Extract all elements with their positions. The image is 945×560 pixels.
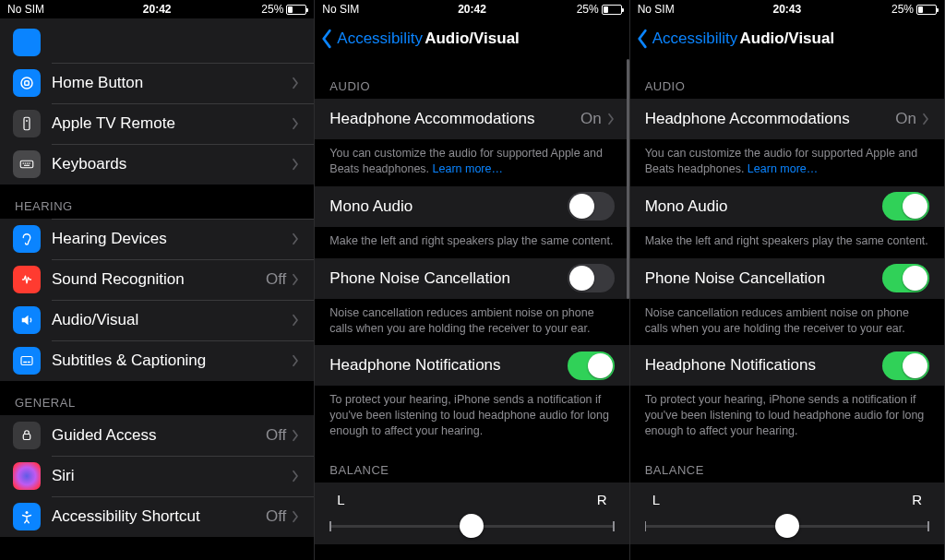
battery-icon <box>286 5 306 15</box>
row-value: On <box>895 110 916 128</box>
scroll-indicator[interactable] <box>627 59 629 299</box>
chevron-right-icon <box>292 354 299 367</box>
chevron-right-icon <box>607 113 615 125</box>
row-apple-tv-remote[interactable]: Apple TV Remote <box>0 103 314 144</box>
row-guided-access[interactable]: Guided Access Off <box>0 415 314 456</box>
row-value: On <box>580 110 602 128</box>
row-touch[interactable] <box>0 22 314 63</box>
row-mono-audio[interactable]: Mono Audio <box>630 186 944 227</box>
section-header-hearing: HEARING <box>0 185 314 219</box>
balance-l-label: L <box>652 492 660 507</box>
svg-rect-5 <box>23 163 25 164</box>
pane-accessibility: No SIM 20:42 25% Settings Accessibility … <box>0 0 315 560</box>
back-button[interactable]: Accessibility <box>630 29 738 49</box>
toggle-phone-noise-cancellation[interactable] <box>882 264 929 292</box>
svg-rect-7 <box>27 163 29 164</box>
row-label: Phone Noise Cancellation <box>329 269 567 288</box>
svg-point-0 <box>21 77 32 89</box>
row-headphone-notifications[interactable]: Headphone Notifications <box>315 345 628 386</box>
status-carrier: No SIM <box>638 3 737 16</box>
touch-icon <box>13 29 41 56</box>
status-time: 20:42 <box>107 3 207 16</box>
keyboards-icon <box>13 150 41 178</box>
toggle-headphone-notifications[interactable] <box>568 351 615 380</box>
footer-note-hnotif: To protect your hearing, iPhone sends a … <box>630 386 944 448</box>
chevron-right-icon <box>292 314 299 327</box>
status-battery: 25% <box>522 3 622 16</box>
balance-slider[interactable] <box>645 513 929 539</box>
chevron-right-icon <box>292 77 299 89</box>
row-subtitles-captioning[interactable]: Subtitles & Captioning <box>0 340 314 381</box>
footer-note-mono: Make the left and right speakers play th… <box>315 227 628 258</box>
row-label: Mono Audio <box>645 197 882 216</box>
balance-r-label: R <box>597 492 607 507</box>
row-label: Guided Access <box>52 426 266 445</box>
status-bar: No SIM 20:42 25% <box>0 0 314 18</box>
row-accessibility-shortcut[interactable]: Accessibility Shortcut Off <box>0 496 314 537</box>
svg-rect-13 <box>23 435 30 440</box>
svg-point-3 <box>26 120 28 122</box>
svg-rect-12 <box>28 362 30 363</box>
svg-rect-10 <box>21 357 32 365</box>
status-carrier: No SIM <box>322 3 422 16</box>
row-headphone-accommodations[interactable]: Headphone Accommodations On <box>315 99 628 139</box>
row-siri[interactable]: Siri <box>0 456 314 496</box>
row-label: Headphone Accommodations <box>645 110 896 128</box>
row-phone-noise-cancellation[interactable]: Phone Noise Cancellation <box>630 258 944 299</box>
chevron-right-icon <box>292 470 299 483</box>
pane-audio-visual-on: No SIM 20:43 25% Accessibility Audio/Vis… <box>630 0 945 560</box>
svg-rect-6 <box>25 163 27 164</box>
nav-bar: Accessibility Audio/Visual <box>315 18 628 59</box>
svg-rect-8 <box>29 163 30 164</box>
svg-rect-1 <box>25 81 30 86</box>
row-value: Off <box>266 270 286 289</box>
row-label: Apple TV Remote <box>52 114 292 133</box>
row-phone-noise-cancellation[interactable]: Phone Noise Cancellation <box>315 258 628 299</box>
chevron-left-icon <box>320 29 333 49</box>
balance-slider[interactable] <box>329 513 614 539</box>
row-balance: L R <box>630 483 944 544</box>
row-value: Off <box>266 426 286 445</box>
learn-more-link[interactable]: Learn more… <box>748 162 818 175</box>
section-header-audio: AUDIO <box>315 59 628 99</box>
toggle-phone-noise-cancellation[interactable] <box>568 264 615 292</box>
row-home-button[interactable]: Home Button <box>0 63 314 103</box>
balance-r-label: R <box>912 492 922 507</box>
status-battery: 25% <box>207 3 306 16</box>
learn-more-link[interactable]: Learn more… <box>433 162 503 175</box>
section-header-balance: BALANCE <box>315 448 628 483</box>
svg-rect-9 <box>24 165 30 166</box>
battery-icon <box>916 5 937 15</box>
status-time: 20:43 <box>737 3 837 16</box>
row-headphone-accommodations[interactable]: Headphone Accommodations On <box>630 99 944 139</box>
row-label: Keyboards <box>52 155 292 173</box>
chevron-right-icon <box>292 117 299 130</box>
row-headphone-notifications[interactable]: Headphone Notifications <box>630 345 944 386</box>
battery-icon <box>602 5 622 15</box>
row-audio-visual[interactable]: Audio/Visual <box>0 300 314 340</box>
row-label: Headphone Notifications <box>645 356 882 375</box>
footer-note-headphone-accom: You can customize the audio for supporte… <box>315 139 628 186</box>
row-label: Hearing Devices <box>52 230 292 248</box>
row-sound-recognition[interactable]: Sound Recognition Off <box>0 259 314 300</box>
toggle-mono-audio[interactable] <box>882 192 929 220</box>
row-mono-audio[interactable]: Mono Audio <box>315 186 628 227</box>
home-button-icon <box>13 69 41 97</box>
row-keyboards[interactable]: Keyboards <box>0 144 314 185</box>
accessibility-shortcut-icon <box>13 503 41 530</box>
row-label: Subtitles & Captioning <box>52 351 292 370</box>
footer-note-mono: Make the left and right speakers play th… <box>630 227 944 258</box>
toggle-headphone-notifications[interactable] <box>882 351 929 380</box>
row-label: Home Button <box>52 74 292 92</box>
row-balance: L R <box>315 483 628 544</box>
back-button[interactable]: Accessibility <box>315 29 423 49</box>
toggle-mono-audio[interactable] <box>568 192 615 220</box>
chevron-left-icon <box>636 29 649 49</box>
status-bar: No SIM 20:43 25% <box>630 0 944 18</box>
row-hearing-devices[interactable]: Hearing Devices <box>0 219 314 259</box>
chevron-right-icon <box>292 232 299 245</box>
row-label: Sound Recognition <box>52 270 266 289</box>
status-bar: No SIM 20:42 25% <box>315 0 628 18</box>
hearing-devices-icon <box>13 225 41 253</box>
row-label: Headphone Notifications <box>329 356 567 375</box>
